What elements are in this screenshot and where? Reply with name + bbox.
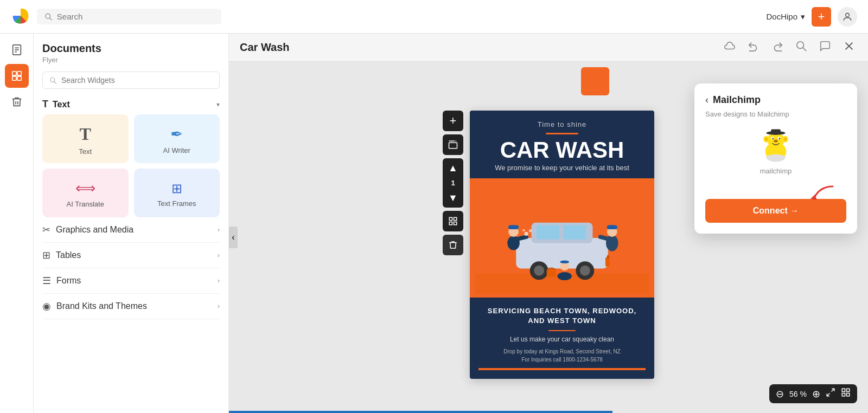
- flyer-top: Time to shine CAR WASH We promise to kee…: [470, 111, 654, 178]
- text-widget-icon: T: [80, 124, 91, 144]
- text-section-label: Text: [53, 100, 70, 109]
- svg-point-37: [558, 272, 572, 280]
- sidebar-item-document[interactable]: [5, 38, 29, 62]
- add-button[interactable]: +: [812, 7, 831, 27]
- panel-subtitle: Flyer: [42, 56, 220, 64]
- redo-btn[interactable]: [769, 38, 786, 57]
- svg-rect-65: [771, 129, 781, 134]
- flyer-bottom-bar: [478, 368, 646, 370]
- ai-translate-icon: ⟺: [75, 180, 95, 197]
- zoom-value: 56 %: [787, 390, 809, 398]
- svg-line-15: [803, 48, 806, 51]
- tables-label: Tables: [56, 250, 81, 260]
- forms-section[interactable]: ☰ Forms ›: [42, 268, 220, 294]
- zoom-in-btn[interactable]: ⊕: [810, 387, 822, 401]
- mailchimp-back-btn[interactable]: ‹: [705, 94, 709, 106]
- mailchimp-desc: Save designs to Mailchimp: [705, 110, 846, 118]
- panel-collapse-handle[interactable]: ‹: [229, 227, 238, 248]
- text-widget-label: Text: [79, 147, 92, 156]
- forms-chevron: ›: [218, 277, 220, 285]
- svg-point-63: [784, 137, 787, 141]
- svg-rect-35: [508, 225, 519, 229]
- layer-btn[interactable]: [443, 134, 463, 155]
- flyer-title-big: CAR WASH: [478, 139, 646, 162]
- svg-rect-48: [605, 257, 610, 267]
- svg-rect-43: [607, 225, 617, 229]
- delete-element-btn[interactable]: [443, 235, 463, 255]
- flyer-preview: Time to shine CAR WASH We promise to kee…: [470, 111, 654, 379]
- search-bar[interactable]: [37, 9, 221, 24]
- widget-ai-translate[interactable]: ⟺ AI Translate: [42, 169, 129, 217]
- flyer-service-area: SERVICING BEACH TOWN, REDWOOD, AND WEST …: [478, 306, 646, 326]
- page-down-btn[interactable]: ▼: [443, 188, 463, 208]
- mailchimp-logo-area: mailchimp: [705, 127, 846, 175]
- mailchimp-logo: [757, 127, 795, 165]
- flyer-bottom: SERVICING BEACH TOWN, REDWOOD, AND WEST …: [470, 298, 654, 379]
- svg-point-56: [779, 138, 781, 140]
- svg-point-12: [50, 78, 55, 82]
- text-frames-icon: ⊞: [171, 181, 182, 196]
- ai-writer-icon: ✒: [170, 125, 183, 143]
- svg-rect-72: [847, 393, 850, 396]
- svg-rect-69: [842, 389, 845, 391]
- widget-text-frames[interactable]: ⊞ Text Frames: [134, 169, 220, 217]
- svg-point-59: [776, 140, 777, 141]
- sidebar-item-widgets[interactable]: [5, 64, 29, 88]
- svg-point-45: [524, 232, 528, 236]
- svg-rect-50: [547, 269, 556, 276]
- zoom-grid-btn[interactable]: [839, 386, 853, 401]
- panel-title: Documents: [42, 42, 220, 55]
- mailchimp-header: ‹ Mailchimp: [705, 94, 846, 106]
- zoom-bar: ⊖ 56 % ⊕: [769, 384, 857, 403]
- widget-text[interactable]: T Text: [42, 114, 129, 163]
- text-section-header[interactable]: T Text ▾: [42, 99, 220, 110]
- tables-icon: ⊞: [42, 249, 50, 261]
- brand-kits-section[interactable]: ◉ Brand Kits and Themes ›: [42, 294, 220, 319]
- user-avatar[interactable]: [838, 7, 857, 27]
- add-element-btn[interactable]: +: [443, 111, 463, 131]
- widget-ai-writer[interactable]: ✒ AI Writer: [134, 114, 220, 163]
- widget-search-input[interactable]: [61, 76, 213, 85]
- flyer-address: Drop by today at Kings Road, Second Stre…: [478, 347, 646, 364]
- widgets-panel: Documents Flyer T Text ▾ T Text ✒: [34, 34, 229, 413]
- forms-label: Forms: [56, 276, 81, 286]
- svg-point-39: [560, 260, 569, 263]
- connect-button[interactable]: Connect →: [705, 199, 846, 223]
- tables-section[interactable]: ⊞ Tables ›: [42, 243, 220, 268]
- canvas-search-btn[interactable]: [793, 38, 809, 57]
- flyer-tagline: Time to shine: [478, 120, 646, 128]
- graphics-chevron: ›: [218, 226, 220, 234]
- svg-point-31: [580, 266, 590, 276]
- canvas-progress: [229, 411, 612, 413]
- svg-rect-8: [12, 72, 16, 75]
- svg-point-55: [772, 138, 774, 140]
- canvas-topbar: Car Wash: [229, 34, 868, 62]
- brand-kits-chevron: ›: [218, 302, 220, 310]
- zoom-expand-btn[interactable]: [824, 386, 838, 401]
- brand-kits-label: Brand Kits and Themes: [56, 301, 147, 311]
- mailchimp-popup: ‹ Mailchimp Save designs to Mailchimp: [694, 83, 857, 234]
- arrow-indicator: [705, 184, 846, 202]
- topbar-right: DocHipo ▾ +: [766, 7, 857, 27]
- tables-chevron: ›: [218, 251, 220, 259]
- zoom-out-btn[interactable]: ⊖: [774, 387, 786, 401]
- page-up-btn[interactable]: ▲: [443, 158, 463, 178]
- widget-search[interactable]: [42, 72, 220, 89]
- comments-btn[interactable]: [817, 38, 833, 57]
- svg-rect-11: [17, 76, 21, 80]
- logo[interactable]: [11, 6, 30, 28]
- grid-layout-btn[interactable]: [443, 211, 463, 231]
- car-illustration: [475, 178, 649, 298]
- cloud-save-btn[interactable]: [722, 38, 738, 57]
- svg-rect-70: [847, 389, 850, 391]
- dochipo-menu[interactable]: DocHipo ▾: [766, 12, 805, 22]
- mailchimp-logo-label: mailchimp: [760, 167, 792, 175]
- undo-btn[interactable]: [745, 38, 762, 57]
- graphics-media-section[interactable]: ✂ Graphics and Media ›: [42, 217, 220, 243]
- canvas-area: Car Wash: [229, 34, 868, 413]
- mailchimp-title: Mailchimp: [713, 94, 761, 106]
- search-input[interactable]: [57, 12, 214, 21]
- svg-point-3: [846, 13, 850, 17]
- close-panel-btn[interactable]: [841, 38, 857, 57]
- sidebar-item-trash[interactable]: [5, 90, 29, 114]
